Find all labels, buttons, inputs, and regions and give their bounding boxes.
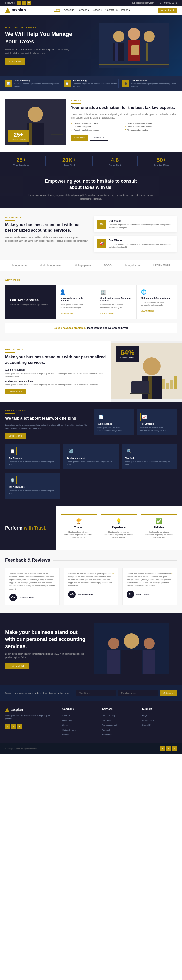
footer-link-about[interactable]: About Us (62, 714, 70, 717)
footer-logo[interactable]: taxplan (5, 708, 57, 711)
individuals-desc: Lorem ipsum dolor sit amet consectetur a… (60, 303, 92, 309)
footer-link-news[interactable]: Culture & News (62, 729, 76, 731)
sme-learn-more[interactable]: LEARN MORE (100, 312, 114, 315)
footer-bottom-facebook[interactable]: f (160, 746, 165, 751)
footer-link-management[interactable]: Tax Management (102, 724, 117, 726)
sme-title: Small and Medium Business Owners (100, 297, 133, 302)
experience-years: 25+ (11, 132, 26, 138)
footer-bottom: Copyright © 2023. All Rights Reserved. f… (0, 743, 182, 754)
footer-link-leadership[interactable]: Leadership (62, 719, 72, 721)
service-tax-planning: 📋 Tax Planning Habitasse adipiscing elit… (60, 79, 119, 88)
experience-label: Years of Experience (11, 138, 26, 140)
tax-strategic-title: Tax Strategic (140, 423, 173, 425)
cta-learn-more-button[interactable]: LEARN MORE (5, 663, 29, 669)
audit-item: Audit & Assurance Lorem ipsum dolor sit … (5, 369, 106, 378)
contact-us-button[interactable]: Contact Us (90, 135, 108, 140)
services-section-header: WHAT WE DO (5, 279, 177, 281)
svg-point-7 (144, 31, 155, 42)
footer-linkedin-icon[interactable]: in (17, 724, 22, 729)
reliable-desc: Habitasse lorem sit amet consectetur adi… (144, 531, 173, 539)
footer-link-privacy[interactable]: Privacy Policy (142, 719, 154, 721)
check-list: Taxes in leveled and spaced Taxes in lev… (71, 123, 177, 131)
footer-link-faq[interactable]: FAQ's (142, 714, 147, 717)
tax-planning-desc: Habitasse adipiscing elit porttitor cons… (73, 83, 119, 88)
perform-left: Perform with Trust. (0, 506, 55, 550)
svg-rect-33 (143, 650, 155, 674)
learn-more-button[interactable]: Learn More (71, 135, 88, 140)
trusted-icon: 🏆 (64, 518, 93, 524)
stat-cases-number: 20K+ (62, 157, 76, 163)
linkedin-icon[interactable]: in (27, 1, 31, 5)
footer-link-audit[interactable]: Tax Audit (102, 729, 110, 731)
nav-home[interactable]: Home (54, 9, 61, 12)
footer-logo-text: taxplan (11, 708, 23, 711)
nav-services[interactable]: Services ▾ (78, 9, 89, 12)
teamwork-learn-more-button[interactable]: LEARN MORE (5, 433, 25, 439)
footer-company-heading: Company (62, 708, 97, 710)
newsletter-email-input[interactable] (118, 690, 158, 696)
footer-logo-icon (5, 708, 9, 711)
twitter-icon[interactable]: t (22, 1, 26, 5)
reviewer-1-name: Oscar Andrews (19, 597, 33, 599)
teamwork-top: WHY CHOOSE US We talk a lot about teamwo… (5, 409, 177, 439)
footer-link-clients[interactable]: Clients (62, 724, 68, 726)
teamwork-description: Lorem ipsum dolor sit amet consectetur a… (5, 424, 89, 430)
teamwork-section: WHY CHOOSE US We talk a lot about teamwo… (0, 402, 182, 506)
support-email: support@taxplan.com (132, 2, 154, 4)
partner-4: BOGO (104, 264, 112, 267)
reviewer-3: SL Stuart Lawson (127, 590, 173, 598)
newsletter-form[interactable]: Subscribe (76, 690, 177, 696)
reliable-title: Reliable (144, 526, 173, 529)
services-main-desc: We are full service general tax legal pr… (10, 304, 51, 306)
footer-facebook-icon[interactable]: f (5, 724, 10, 729)
nav-about[interactable]: About us (64, 9, 74, 12)
nav-contact[interactable]: Contact us (105, 9, 117, 12)
footer-support-heading: Support (142, 708, 177, 710)
footer-twitter-icon[interactable]: t (11, 724, 16, 729)
newsletter-subscribe-button[interactable]: Subscribe (160, 690, 177, 696)
check-item: Ultimate charges at (71, 126, 123, 128)
newsletter-section: Signup our newsletter to get update info… (0, 685, 182, 702)
tax-strategic-card: 📈 Tax Strategic Lorem ipsum dolor sit am… (137, 409, 177, 436)
social-icons[interactable]: f t in (17, 1, 32, 5)
appointment-button[interactable]: Appointment (158, 8, 177, 13)
individuals-learn-more[interactable]: LEARN MORE (60, 312, 73, 315)
footer-link-contact[interactable]: Contact (62, 733, 69, 736)
quote-icon-3: " (171, 572, 173, 578)
empower-section: Empowering you not to hesitate to consul… (0, 170, 182, 208)
footer-link-planning[interactable]: Tax Planning (102, 719, 113, 721)
trusted-desc: Habitasse lorem sit amet consectetur adi… (64, 531, 93, 539)
footer-bottom-social[interactable]: f t in (160, 746, 177, 751)
footer-services-heading: Services (102, 708, 137, 710)
advisory-title: Advisory & Consultations (5, 380, 106, 383)
mission-icon: 🎯 (97, 239, 106, 248)
mission-card-description: Habitasse adipiscing elit porttitor sit … (109, 243, 173, 249)
footer-link-support-contact[interactable]: Contact Us (142, 724, 152, 726)
mission-heading: Make your business stand out with our pe… (5, 222, 89, 234)
follow-text: Follow us: (5, 2, 16, 4)
footer-bottom-twitter[interactable]: t (166, 746, 171, 751)
multinational-learn-more[interactable]: LEARN MORE (141, 310, 154, 312)
newsletter-name-input[interactable] (76, 690, 116, 696)
tax-planning-icon: 📋 (9, 447, 17, 455)
accounting-learn-more-button[interactable]: LEARN MORE (5, 389, 25, 394)
svg-point-18 (143, 357, 160, 375)
nav-pages[interactable]: Pages ▾ (121, 9, 130, 12)
footer-link-contact-us[interactable]: Contact Us (102, 733, 111, 736)
footer-bottom-instagram[interactable]: in (172, 746, 177, 751)
svg-rect-29 (121, 650, 142, 674)
hero-cta-button[interactable]: Get Started (5, 59, 25, 65)
mission-badge: OUR MISSION (5, 216, 89, 218)
logo[interactable]: taxplan (5, 8, 26, 13)
svg-point-4 (128, 28, 140, 40)
footer-link-consulting[interactable]: Tax Consulting (102, 714, 114, 717)
svg-rect-16 (51, 134, 63, 135)
nav-cases[interactable]: Cases ▾ (93, 9, 102, 12)
teamwork-badge: WHY CHOOSE US (5, 409, 89, 412)
facebook-icon[interactable]: f (17, 1, 21, 5)
about-section: 25+ Years of Experience ABOUT US Your on… (0, 91, 182, 152)
vision-icon: 👁 (97, 220, 106, 229)
tax-consulting-icon: 📊 (5, 80, 12, 87)
quote-icon-2: " (112, 572, 114, 578)
review-1: " TaxPlan has been an invaluable source … (5, 568, 60, 606)
